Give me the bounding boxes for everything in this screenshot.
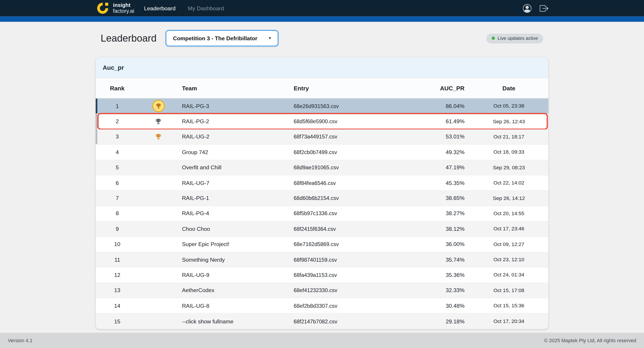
entry-filename: 68f73a449157.csv (289, 134, 424, 140)
table-row[interactable]: 4 Group 742 68f2cb0b7499.csv 49.32% Oct … (96, 145, 548, 160)
table-row[interactable]: 2 RAIL-PG-2 68d5f68e5900.csv 61.49% Sep … (96, 114, 548, 129)
brand-line1: insight (113, 2, 134, 8)
nav-item-my-dashboard[interactable]: My Dashboard (188, 5, 224, 12)
rank-cell: 7 (96, 195, 139, 202)
auc-pr-value: 47.19% (424, 164, 469, 171)
team-name[interactable]: RAIL-UG-2 (178, 134, 289, 140)
auc-pr-value: 36.00% (424, 241, 469, 248)
entry-filename: 68f84fea6546.csv (289, 180, 424, 186)
auc-pr-value: 35.36% (424, 272, 469, 278)
version-label: Version 4.1 (8, 338, 32, 343)
accent-strip (0, 16, 644, 22)
submission-date: Sep 29, 08:23 (469, 164, 548, 170)
nav-actions (523, 4, 548, 12)
column-header-date: Date (469, 85, 548, 91)
rank-cell: 2 (96, 118, 139, 124)
brand-logo[interactable]: insight factory.ai (96, 2, 134, 14)
table-row[interactable]: 10 Super Epic Project! 68e7162d5869.csv … (96, 237, 548, 252)
team-name[interactable]: Choo Choo (178, 226, 289, 232)
rank-cell: 9 (96, 226, 139, 232)
entry-filename: 68d5f68e5900.csv (289, 118, 424, 124)
team-name[interactable]: Group 742 (178, 149, 289, 155)
brand-line2: factory.ai (113, 8, 134, 14)
competition-selector-value: Competition 3 - The Defribillator (173, 35, 257, 42)
competition-selector[interactable]: Competition 3 - The Defribillator ▼ (166, 30, 278, 46)
column-header-rank: Rank (96, 85, 139, 91)
auc-pr-value: 61.49% (424, 118, 469, 124)
auc-pr-value: 38.27% (424, 210, 469, 217)
trophy-cell (139, 118, 178, 125)
table-row[interactable]: 9 Choo Choo 68f2415f6364.csv 38.12% Oct … (96, 222, 548, 237)
auc-pr-value: 29.18% (424, 318, 469, 324)
submission-date: Oct 09, 12:27 (469, 241, 548, 247)
auc-pr-value: 35.74% (424, 256, 469, 263)
submission-date: Oct 24, 01:34 (469, 272, 548, 278)
team-name[interactable]: Overfit and Chill (178, 164, 289, 171)
user-profile-icon[interactable] (523, 4, 532, 12)
entry-filename: 68f2415f6364.csv (289, 226, 424, 232)
footer: Version 4.1 © 2025 Maptek Pty Ltd, All r… (0, 333, 644, 348)
entry-filename: 68ef41232330.csv (289, 288, 424, 294)
column-header-team: Team (178, 85, 289, 91)
table-row[interactable]: 15 --click show fullname 68f2147b7082.cs… (96, 314, 548, 329)
table-row[interactable]: 12 RAIL-UG-9 68fa439a1153.csv 35.36% Oct… (96, 268, 548, 283)
table-row[interactable]: 14 RAIL-UG-8 68ef2b8d3307.csv 30.48% Oct… (96, 298, 548, 314)
team-name[interactable]: --click show fullname (178, 318, 289, 324)
metric-header: Auc_pr (96, 58, 548, 78)
auc-pr-value: 53.01% (424, 134, 469, 140)
rank-cell: 10 (96, 241, 139, 248)
copyright-label: © 2025 Maptek Pty Ltd, All rights reserv… (544, 338, 636, 343)
table-row[interactable]: 1 RAIL-PG-3 68e26d931563.csv 86.04% Oct … (96, 99, 548, 114)
rank-cell: 14 (96, 302, 139, 309)
rank-cell: 13 (96, 288, 139, 294)
submission-date: Sep 26, 12:43 (469, 118, 548, 124)
trophy-cell (139, 133, 178, 140)
entry-filename: 68fa439a1153.csv (289, 272, 424, 278)
table-row[interactable]: 7 RAIL-PG-1 68d60b6b2154.csv 38.65% Sep … (96, 191, 548, 206)
rank-cell: 4 (96, 149, 139, 155)
team-name[interactable]: RAIL-UG-7 (178, 180, 289, 186)
submission-date: Oct 15, 17:08 (469, 288, 548, 293)
rank-cell: 5 (96, 164, 139, 171)
entry-filename: 68e26d931563.csv (289, 103, 424, 109)
team-name[interactable]: RAIL-PG-3 (178, 103, 289, 109)
team-name[interactable]: Super Epic Project! (178, 241, 289, 248)
rank-cell: 6 (96, 180, 139, 186)
submission-date: Oct 21, 18:17 (469, 134, 548, 140)
table-row[interactable]: 8 RAIL-PG-4 68f5b97c1336.csv 38.27% Oct … (96, 206, 548, 222)
entry-filename: 68f5b97c1336.csv (289, 210, 424, 217)
rank-cell: 11 (96, 256, 139, 263)
entry-filename: 68ef2b8d3307.csv (289, 302, 424, 309)
team-name[interactable]: RAIL-PG-2 (178, 118, 289, 124)
submission-date: Sep 26, 14:12 (469, 195, 548, 201)
table-row[interactable]: 3 RAIL-UG-2 68f73a449157.csv 53.01% Oct … (96, 129, 548, 145)
live-updates-label: Live updates active (498, 36, 538, 41)
team-name[interactable]: RAIL-PG-4 (178, 210, 289, 217)
brand-text: insight factory.ai (113, 2, 134, 14)
brand-logo-icon (96, 2, 110, 14)
submission-date: Oct 20, 14:55 (469, 211, 548, 216)
submission-date: Oct 17, 20:34 (469, 318, 548, 324)
team-name[interactable]: RAIL-UG-9 (178, 272, 289, 278)
rank-cell: 3 (96, 134, 139, 140)
logout-icon[interactable] (540, 4, 548, 12)
team-name[interactable]: AetherCodex (178, 288, 289, 294)
team-name[interactable]: RAIL-UG-8 (178, 302, 289, 309)
auc-pr-value: 32.33% (424, 288, 469, 294)
team-name[interactable]: Something Nerdy (178, 256, 289, 263)
app-window: insight factory.ai Leaderboard My Dashbo… (0, 0, 644, 348)
auc-pr-value: 38.65% (424, 195, 469, 202)
table-row[interactable]: 5 Overfit and Chill 68d9ae191065.csv 47.… (96, 160, 548, 176)
table-header-row: Rank Team Entry AUC_PR Date (96, 78, 548, 99)
entry-filename: 68f987401159.csv (289, 256, 424, 263)
column-header-entry: Entry (289, 85, 424, 91)
table-row[interactable]: 6 RAIL-UG-7 68f84fea6546.csv 45.35% Oct … (96, 175, 548, 191)
entry-filename: 68f2147b7082.csv (289, 318, 424, 324)
table-row[interactable]: 11 Something Nerdy 68f987401159.csv 35.7… (96, 252, 548, 268)
auc-pr-value: 30.48% (424, 302, 469, 309)
table-row[interactable]: 13 AetherCodex 68ef41232330.csv 32.33% O… (96, 283, 548, 298)
trophy-cell (139, 100, 178, 112)
submission-date: Oct 17, 23:46 (469, 226, 548, 232)
nav-item-leaderboard[interactable]: Leaderboard (144, 5, 176, 12)
team-name[interactable]: RAIL-PG-1 (178, 195, 289, 202)
